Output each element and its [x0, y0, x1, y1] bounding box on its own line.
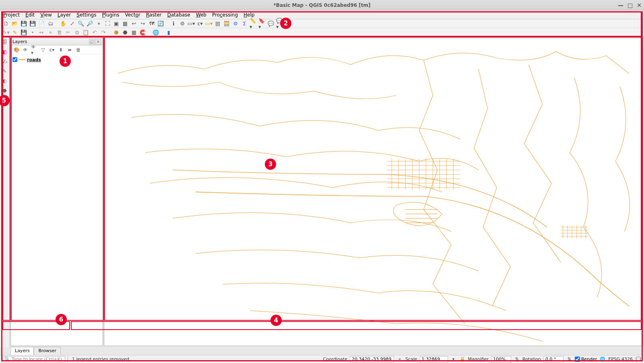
- pan-selection-icon[interactable]: ⤢: [68, 20, 76, 27]
- collapse-all-icon[interactable]: ⬌: [66, 47, 73, 53]
- scale-input[interactable]: 1:32869: [420, 356, 448, 363]
- rotation-input[interactable]: 0.0 °: [543, 356, 564, 363]
- toolbox-icon[interactable]: ⚙: [232, 20, 239, 27]
- magnifier-spinner-icon[interactable]: ⇅: [514, 356, 520, 363]
- zoom-next-icon[interactable]: ↪: [139, 20, 147, 27]
- menu-help[interactable]: Help: [244, 12, 254, 18]
- layer-row-roads[interactable]: roads: [12, 56, 101, 63]
- rotation-spinner-icon[interactable]: ⇅: [566, 356, 572, 363]
- panel-undock-icon[interactable]: ◱: [89, 39, 95, 45]
- lock-scale-icon[interactable]: 🔒: [459, 356, 466, 363]
- stats-icon[interactable]: Σ: [241, 20, 248, 27]
- crs-icon[interactable]: 🌐: [599, 356, 606, 363]
- select-expr-icon[interactable]: ε▾: [196, 20, 204, 27]
- field-calc-icon[interactable]: 🧮: [223, 20, 230, 27]
- layer-checkbox-roads[interactable]: [12, 57, 17, 62]
- layers-panel-header[interactable]: Layers ◱ ✕: [11, 38, 103, 45]
- menu-project[interactable]: Project: [3, 12, 20, 18]
- new-map-view-icon[interactable]: 🗺: [148, 20, 155, 27]
- node-tool-icon[interactable]: ⌖: [47, 29, 54, 36]
- add-group-icon[interactable]: 👁: [22, 47, 29, 53]
- zoom-layer-icon[interactable]: ▦: [122, 20, 129, 27]
- plugin-icon[interactable]: ▮: [165, 29, 172, 36]
- tab-browser[interactable]: Browser: [34, 347, 61, 355]
- new-memory-icon[interactable]: ⬣: [1, 87, 8, 94]
- new-shapefile-icon[interactable]: V₀: [1, 58, 8, 65]
- coordinate-input[interactable]: 20.3420,-33.9989: [350, 356, 394, 363]
- adv-digitize-icon[interactable]: ▦: [130, 29, 138, 36]
- layout-manager-icon[interactable]: 🗂: [47, 20, 54, 27]
- web-icon[interactable]: 🌐: [152, 29, 159, 36]
- save-project-icon[interactable]: 💾: [20, 20, 27, 27]
- maximize-icon[interactable]: □: [627, 2, 633, 8]
- digitize2-icon[interactable]: ⬣: [122, 29, 129, 36]
- open-data-source-icon[interactable]: 🗄: [1, 39, 8, 46]
- render-toggle[interactable]: Render: [575, 357, 597, 362]
- tab-layers[interactable]: Layers: [10, 347, 34, 355]
- menu-database[interactable]: Database: [167, 12, 190, 18]
- layer-name-roads[interactable]: roads: [27, 57, 41, 62]
- zoom-selection-icon[interactable]: ▣: [113, 20, 120, 27]
- menu-web[interactable]: Web: [196, 12, 206, 18]
- extents-toggle-icon[interactable]: ⌖: [396, 356, 403, 363]
- snap-icon[interactable]: 🧲: [139, 29, 147, 36]
- bookmarks-icon[interactable]: 🔖▾: [258, 20, 266, 27]
- menu-view[interactable]: View: [40, 12, 52, 18]
- layer-tree[interactable]: roads: [11, 54, 103, 346]
- scale-dropdown-icon[interactable]: ▾: [450, 356, 457, 363]
- manage-visibility-icon[interactable]: 👁▾: [31, 47, 37, 53]
- actions-icon[interactable]: ⚙: [179, 20, 186, 27]
- add-feature-icon[interactable]: •: [29, 29, 36, 36]
- panel-close-icon[interactable]: ✕: [95, 39, 101, 45]
- zoom-full-icon[interactable]: ⛶: [104, 20, 111, 27]
- digitize-icon[interactable]: ⬣: [113, 29, 120, 36]
- deselect-icon[interactable]: ▭▾: [205, 20, 213, 27]
- save-edits-icon[interactable]: 💾: [20, 29, 27, 36]
- crs-label[interactable]: EPSG:4326: [608, 357, 633, 362]
- attr-table-icon[interactable]: ▤: [214, 20, 221, 27]
- messages-icon[interactable]: 💬: [635, 356, 642, 363]
- locator-input[interactable]: 🔍 Type to locate (Ctrl+K): [2, 356, 65, 363]
- undo-icon[interactable]: ↶: [91, 29, 98, 36]
- style-manager-icon[interactable]: 🎨: [13, 47, 20, 53]
- new-geopackage-icon[interactable]: ◧: [1, 48, 8, 56]
- close-icon[interactable]: ✕: [637, 2, 642, 8]
- zoom-out-icon[interactable]: 🔎: [86, 20, 93, 27]
- magnifier-input[interactable]: 100%: [491, 356, 511, 363]
- annotation-icon[interactable]: 💬: [267, 20, 275, 27]
- menu-layer[interactable]: Layer: [58, 12, 71, 18]
- refresh-icon[interactable]: 🔄: [157, 20, 164, 27]
- new-virtual-icon[interactable]: ◐: [1, 77, 8, 85]
- menu-plugins[interactable]: Plugins: [102, 12, 120, 18]
- measure-icon[interactable]: 📏▾: [250, 20, 257, 27]
- print-layout-icon[interactable]: 📄: [38, 20, 45, 27]
- zoom-in-icon[interactable]: 🔍: [77, 20, 85, 27]
- edits-icon[interactable]: ✎▾: [2, 29, 10, 36]
- remove-layer-icon[interactable]: 🗑: [75, 47, 82, 53]
- expand-all-icon[interactable]: ⬍: [58, 47, 64, 53]
- render-checkbox[interactable]: [575, 357, 580, 362]
- zoom-native-icon[interactable]: ⌖: [95, 20, 102, 27]
- select-icon[interactable]: ▭▾: [188, 20, 195, 27]
- new-spatialite-icon[interactable]: ✎: [1, 68, 8, 75]
- move-feature-icon[interactable]: ↔: [38, 29, 45, 36]
- copy-icon[interactable]: ⧉: [73, 29, 80, 36]
- delete-icon[interactable]: 🗑: [56, 29, 63, 36]
- menu-raster[interactable]: Raster: [146, 12, 162, 18]
- filter-by-expr-icon[interactable]: ε▾: [49, 47, 55, 53]
- menu-processing[interactable]: Processing: [212, 12, 238, 18]
- minimize-icon[interactable]: —: [618, 2, 623, 8]
- redo-icon[interactable]: ↷: [100, 29, 107, 36]
- identify-icon[interactable]: ℹ: [170, 20, 177, 27]
- new-project-icon[interactable]: 🗋: [2, 20, 10, 27]
- cut-icon[interactable]: ✂: [64, 29, 72, 36]
- filter-legend-icon[interactable]: ▽: [40, 47, 46, 53]
- map-canvas[interactable]: [104, 38, 643, 346]
- toggle-edit-icon[interactable]: ✎: [11, 29, 19, 36]
- open-project-icon[interactable]: 📂: [11, 20, 19, 27]
- pan-icon[interactable]: ✋: [60, 20, 67, 27]
- paste-icon[interactable]: 📋: [82, 29, 89, 36]
- save-as-icon[interactable]: 💾: [29, 20, 36, 27]
- annotation2-icon[interactable]: 💬▾: [276, 20, 283, 27]
- zoom-last-icon[interactable]: ↩: [130, 20, 138, 27]
